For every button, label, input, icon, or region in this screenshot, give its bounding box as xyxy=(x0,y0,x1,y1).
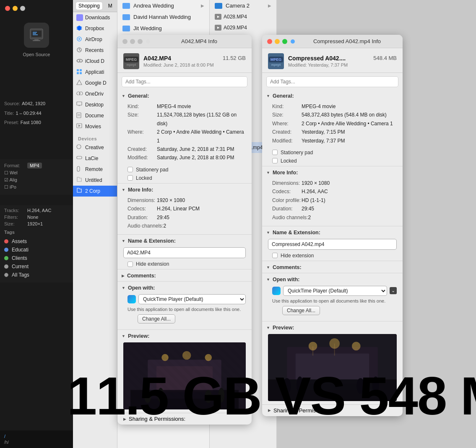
general-title-left: General: xyxy=(128,93,149,99)
comments-header-left[interactable]: ▶ Comments: xyxy=(117,270,252,280)
open-with-select-left[interactable]: QuickTime Player (Default) xyxy=(138,294,246,304)
panel-title-right: Compressed A042.mp4 Info xyxy=(297,38,398,44)
sharing-triangle-left: ▶ xyxy=(123,417,126,421)
modified-label-right: Modified: xyxy=(272,137,302,145)
general-section-header-left[interactable]: ▼ General: xyxy=(117,91,252,101)
file-a029[interactable]: ▶ A029.MP4 xyxy=(210,22,276,33)
general-content-right: Kind: MPEG-4 movie Size: 548,372,483 byt… xyxy=(262,101,403,148)
sidebar-item-airdrop[interactable]: AirDrop xyxy=(73,34,117,45)
filters-label: Filters: xyxy=(4,215,27,220)
tl-red-right[interactable] xyxy=(267,39,272,44)
stationery-checkbox-left[interactable] xyxy=(127,167,133,172)
change-all-btn-right[interactable]: Change All... xyxy=(282,306,320,315)
tl-gray-2[interactable] xyxy=(130,39,135,44)
sidebar-item-remote[interactable]: Remote xyxy=(73,164,117,175)
folder-jit-wedding[interactable]: Jit Wedding xyxy=(117,23,209,34)
sidebar-item-desktop[interactable]: Desktop xyxy=(73,99,117,110)
tag-current[interactable]: Current xyxy=(4,262,69,271)
svg-marker-21 xyxy=(77,80,82,85)
locked-checkbox-right[interactable] xyxy=(272,158,278,163)
encode-link[interactable]: / xyxy=(4,434,69,439)
tl-gray-1[interactable] xyxy=(122,39,127,44)
sharing-section-right[interactable]: ▶ Sharing & Permissions: xyxy=(262,404,403,416)
open-with-select-right[interactable]: QuickTime Player (Default) xyxy=(283,286,387,296)
preview-header-left[interactable]: ▼ Preview: xyxy=(117,331,252,341)
sidebar-item-onedrive[interactable]: OneDriv xyxy=(73,88,117,99)
tag-clients[interactable]: Clients xyxy=(4,254,69,262)
svg-rect-5 xyxy=(34,39,39,40)
name-input-right[interactable] xyxy=(268,239,397,250)
sidebar-item-dropbox[interactable]: Dropbox xyxy=(73,23,117,34)
creative-icon xyxy=(76,144,83,151)
name-header-right[interactable]: ▼ Name & Extension: xyxy=(262,227,403,237)
sidebar-item-recents[interactable]: Recents xyxy=(73,45,117,56)
more-info-header-right[interactable]: ▼ More Info: xyxy=(262,167,403,177)
comments-title-right: Comments: xyxy=(273,264,302,270)
more-info-triangle-left: ▼ xyxy=(122,188,125,192)
tags-input-left[interactable] xyxy=(122,76,247,87)
stationery-checkbox-right[interactable] xyxy=(272,150,278,155)
sidebar-item-movies[interactable]: Movies xyxy=(73,121,117,132)
change-all-btn-left[interactable]: Change All... xyxy=(138,314,175,324)
folder-david-wedding[interactable]: David Hannah Wedding xyxy=(117,11,209,23)
folder-andrea-wedding[interactable]: Andrea Wedding ▶ xyxy=(117,0,209,11)
tl-yellow-right[interactable] xyxy=(275,39,280,44)
sidebar-item-icloud[interactable]: iCloud D xyxy=(73,56,117,67)
divider-5-right xyxy=(262,321,403,321)
sidebar-item-documents[interactable]: Docume xyxy=(73,110,117,121)
duration-label-left: Duration: xyxy=(127,213,157,222)
tab-m[interactable]: M xyxy=(105,2,115,10)
more-info-header-left[interactable]: ▼ More Info: xyxy=(117,184,252,194)
open-with-header-right[interactable]: ▼ Open with: xyxy=(262,274,403,284)
name-header-left[interactable]: ▼ Name & Extension: xyxy=(117,236,252,246)
file-camera2[interactable]: Camera 2 ▶ xyxy=(210,0,276,11)
tag-current-label: Current xyxy=(12,264,29,269)
divider-1-left xyxy=(117,183,252,184)
sidebar-item-untitled[interactable]: Untitled xyxy=(73,175,117,186)
corp-label: 2 Corp xyxy=(85,188,100,194)
sidebar-item-lacie[interactable]: LaCie xyxy=(73,153,117,164)
downloads-icon xyxy=(76,14,83,21)
hide-ext-checkbox-right[interactable] xyxy=(272,253,278,258)
tag-all[interactable]: All Tags xyxy=(4,271,69,279)
hide-ext-checkbox-left[interactable] xyxy=(127,262,133,267)
preview-header-right[interactable]: ▼ Preview: xyxy=(262,322,403,332)
tl-gray-3[interactable] xyxy=(138,39,143,44)
folder-icon-jit xyxy=(122,26,130,31)
close-button[interactable] xyxy=(5,6,10,11)
maximize-button[interactable] xyxy=(20,6,25,11)
general-header-right[interactable]: ▼ General: xyxy=(262,91,403,101)
divider-1-right xyxy=(262,166,403,166)
sidebar-item-applications[interactable]: Applicati xyxy=(73,67,117,78)
sharing-section-left[interactable]: ▶ Sharing & Permissions: xyxy=(117,413,252,425)
open-with-header-left[interactable]: ▼ Open with: xyxy=(117,282,252,293)
open-with-stepper-right[interactable]: ⌄ xyxy=(390,287,397,294)
tab-shopping[interactable]: Shopping xyxy=(75,2,103,10)
svg-marker-30 xyxy=(78,124,81,127)
tl-green-right[interactable] xyxy=(282,39,287,44)
sidebar-item-googledrive[interactable]: Google D xyxy=(73,78,117,88)
sidebar-item-downloads[interactable]: Downloads xyxy=(73,12,117,23)
name-input-left[interactable] xyxy=(123,247,246,258)
stationery-row-left: Stationery pad xyxy=(117,166,252,174)
codecs-value-right: H.264, AAC xyxy=(302,187,397,196)
where-value-left: 2 Corp • Andre Allie Wedding • Camera 1 xyxy=(157,128,246,145)
locked-label-left: Locked xyxy=(136,175,152,181)
tag-assets[interactable]: Assets xyxy=(4,237,69,246)
source-info-panel: Source: A042, 1920 Title: 1 – 00:29:44 P… xyxy=(0,96,73,130)
app-icon-qt-left xyxy=(127,295,136,303)
name-triangle-right: ▼ xyxy=(266,230,270,235)
general-triangle-right: ▼ xyxy=(266,94,270,98)
file-a028[interactable]: ▶ A028.MP4 xyxy=(210,11,276,22)
codecs-label-right: Codecs: xyxy=(272,187,302,196)
comments-header-right[interactable]: ▼ Comments: xyxy=(262,262,403,272)
sidebar-item-2corp[interactable]: 2 Corp xyxy=(73,186,117,197)
source-value: A042, 1920 xyxy=(22,100,45,108)
preset-label: Preset: xyxy=(4,119,19,127)
tags-input-right[interactable] xyxy=(266,76,398,87)
locked-checkbox-left[interactable] xyxy=(127,175,133,181)
open-with-row-left: QuickTime Player (Default) xyxy=(117,293,252,306)
minimize-button[interactable] xyxy=(13,6,18,11)
sidebar-item-creative[interactable]: Creative xyxy=(73,142,117,153)
tag-education[interactable]: Educati xyxy=(4,246,69,254)
